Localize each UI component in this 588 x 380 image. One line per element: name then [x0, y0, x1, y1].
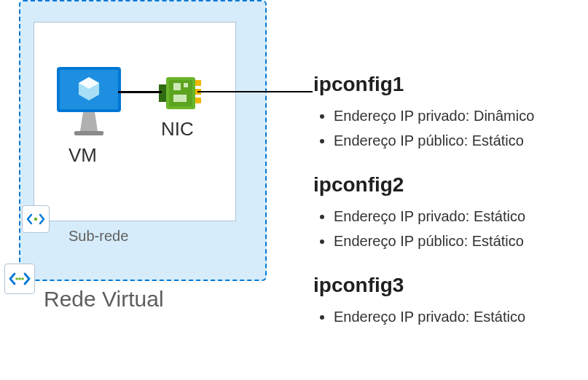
ipconfig-item: Endereço IP público: Estático — [334, 128, 588, 153]
svg-rect-5 — [159, 84, 166, 102]
ipconfig-block: ipconfig3 Endereço IP privado: Estático — [313, 274, 588, 329]
vnet-label: Rede Virtual — [44, 287, 164, 312]
ipconfig-items: Endereço IP privado: Dinâmico Endereço I… — [313, 103, 588, 153]
ipconfig-items: Endereço IP privado: Estático — [313, 304, 588, 329]
subnet-label: Sub-rede — [68, 228, 128, 245]
ipconfig-title: ipconfig2 — [313, 173, 588, 197]
ipconfig-item: Endereço IP público: Estático — [334, 229, 588, 253]
svg-point-16 — [18, 277, 21, 280]
svg-rect-4 — [74, 131, 103, 135]
svg-point-15 — [15, 277, 18, 280]
svg-point-17 — [21, 277, 24, 280]
svg-rect-10 — [173, 95, 187, 102]
ipconfig-title: ipconfig3 — [313, 274, 588, 297]
nic-ipconfig-pointer-line — [197, 91, 313, 92]
ipconfig-list: ipconfig1 Endereço IP privado: Dinâmico … — [313, 73, 588, 349]
ipconfig-item: Endereço IP privado: Estático — [334, 304, 588, 329]
ipconfig-block: ipconfig1 Endereço IP privado: Dinâmico … — [313, 73, 588, 153]
vm-label: VM — [68, 144, 97, 167]
svg-rect-13 — [195, 98, 201, 103]
nic-icon — [159, 74, 203, 115]
subnet-badge-icon — [22, 205, 50, 233]
svg-point-14 — [34, 218, 37, 221]
vm-nic-connector-line — [118, 91, 162, 93]
nic-label: NIC — [161, 118, 194, 140]
ipconfig-item: Endereço IP privado: Estático — [334, 204, 588, 229]
ipconfig-block: ipconfig2 Endereço IP privado: Estático … — [313, 173, 588, 253]
svg-rect-9 — [184, 83, 188, 87]
vm-icon — [54, 64, 124, 146]
ipconfig-items: Endereço IP privado: Estático Endereço I… — [313, 204, 588, 253]
svg-rect-8 — [173, 83, 181, 90]
svg-rect-11 — [195, 80, 201, 86]
ipconfig-title: ipconfig1 — [313, 73, 588, 96]
vnet-badge-icon — [4, 264, 35, 294]
ipconfig-item: Endereço IP privado: Dinâmico — [334, 103, 588, 128]
